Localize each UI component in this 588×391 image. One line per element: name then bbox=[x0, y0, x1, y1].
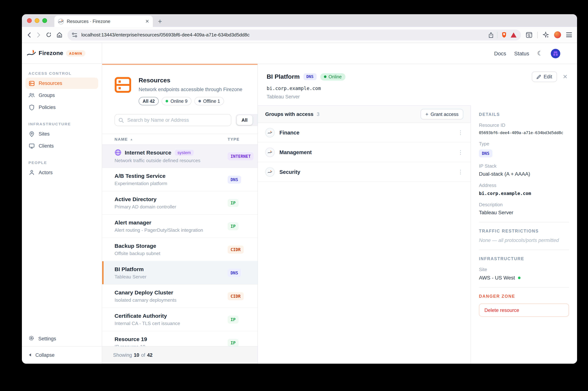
detail-description: Tableau Server bbox=[267, 94, 568, 99]
minimize-window-button[interactable] bbox=[35, 18, 39, 23]
online-dot bbox=[166, 100, 168, 102]
sidebar-item-actors[interactable]: Actors bbox=[25, 167, 98, 178]
grant-access-button[interactable]: + Grant access bbox=[421, 109, 463, 119]
sidebar-nav: ACCESS CONTROL Resources Groups bbox=[22, 64, 102, 331]
details-column: DETAILS Resource ID 05693bf6-dee4-409a-a… bbox=[470, 105, 577, 364]
sidebar-item-policies[interactable]: Policies bbox=[25, 102, 98, 113]
sidebar-item-clients[interactable]: Clients bbox=[25, 140, 98, 152]
groups-icon bbox=[28, 93, 35, 98]
resource-id-label: Resource ID bbox=[479, 122, 569, 128]
search-box[interactable] bbox=[115, 114, 231, 126]
type-label: Type bbox=[479, 141, 569, 146]
description-value: Tableau Server bbox=[479, 209, 569, 215]
kebab-menu-icon[interactable]: ⋮ bbox=[458, 149, 463, 155]
tab-close-icon[interactable]: ✕ bbox=[145, 19, 149, 24]
firezone-favicon bbox=[58, 18, 64, 24]
segment-all[interactable]: All bbox=[237, 115, 252, 125]
toolbar-divider-2 bbox=[537, 31, 538, 38]
search-input[interactable] bbox=[127, 117, 227, 123]
resources-icon bbox=[115, 77, 131, 93]
url-text[interactable]: localhost:13443/enterprise/resources/056… bbox=[81, 32, 485, 38]
browser-tab[interactable]: Resources · Firezone ✕ bbox=[54, 16, 153, 27]
new-tab-button[interactable]: + bbox=[158, 16, 162, 27]
menu-icon[interactable] bbox=[566, 32, 572, 37]
user-avatar[interactable] bbox=[551, 49, 560, 58]
brand-row[interactable]: Firezone ADMIN bbox=[22, 43, 102, 64]
share-icon[interactable] bbox=[488, 32, 493, 38]
dark-mode-toggle-icon[interactable]: ☾ bbox=[537, 50, 543, 57]
type-badge: DNS bbox=[228, 176, 241, 184]
globe-icon bbox=[115, 149, 122, 156]
ip-stack-value: Dual-stack (A + AAAA) bbox=[479, 171, 569, 177]
footer-prefix: Showing bbox=[113, 352, 132, 358]
leo-ai-sparkle-icon[interactable] bbox=[543, 32, 549, 38]
page-subtitle: Network endpoints accessible through Fir… bbox=[139, 87, 242, 92]
filter-online-pill[interactable]: Online 9 bbox=[162, 97, 191, 105]
sidebar-item-settings[interactable]: Settings bbox=[22, 331, 102, 346]
docs-link[interactable]: Docs bbox=[494, 50, 506, 56]
resource-detail-panel: BI Platform DNS Online Edit ✕ bbox=[258, 64, 577, 364]
traffic-none-value: None — all protocols/ports permitted bbox=[479, 238, 569, 243]
detail-address: bi.corp.example.com bbox=[267, 86, 568, 91]
group-row[interactable]: Finance ⋮ bbox=[258, 123, 470, 142]
filter-all-pill[interactable]: All 42 bbox=[139, 97, 159, 105]
bat-rewards-icon[interactable] bbox=[511, 32, 517, 37]
group-avatar bbox=[265, 147, 275, 157]
home-icon[interactable] bbox=[57, 32, 62, 38]
profile-avatar-icon[interactable] bbox=[554, 31, 561, 38]
type-badge: IP bbox=[228, 222, 239, 230]
offline-dot bbox=[198, 100, 201, 102]
group-row[interactable]: Security ⋮ bbox=[258, 162, 470, 182]
tab-title: Resources · Firezone bbox=[67, 19, 142, 24]
sidebar-item-label: Sites bbox=[39, 131, 50, 137]
traffic-heading: TRAFFIC RESTRICTIONS bbox=[479, 229, 569, 233]
resource-id-value: 05693bf6-dee4-409a-a71e-634bd3d5dd8c bbox=[479, 130, 569, 135]
type-badge: IP bbox=[228, 339, 239, 347]
details-heading: DETAILS bbox=[479, 112, 569, 117]
collapse-label: Collapse bbox=[35, 352, 54, 358]
nav-section-infrastructure: INFRASTRUCTURE bbox=[25, 119, 98, 128]
back-icon[interactable] bbox=[27, 32, 31, 37]
column-name[interactable]: NAME bbox=[115, 137, 128, 141]
sidebar-collapse-button[interactable]: Collapse bbox=[22, 346, 102, 364]
sidebar-item-label: Groups bbox=[39, 93, 55, 98]
sidebar-item-label: Clients bbox=[39, 143, 54, 149]
brand-name: Firezone bbox=[39, 50, 63, 57]
kebab-menu-icon[interactable]: ⋮ bbox=[458, 169, 463, 175]
sidebar-item-label: Actors bbox=[39, 170, 53, 175]
nav-section-people: PEOPLE bbox=[25, 157, 98, 167]
delete-resource-button[interactable]: Delete resource bbox=[479, 303, 569, 317]
close-window-button[interactable] bbox=[27, 18, 32, 23]
divider bbox=[479, 250, 569, 250]
infrastructure-heading: INFRASTRUCTURE bbox=[479, 257, 569, 261]
search-icon bbox=[119, 117, 124, 123]
group-row[interactable]: Management ⋮ bbox=[258, 142, 470, 162]
type-badge: DNS bbox=[479, 149, 492, 157]
group-avatar bbox=[265, 167, 275, 177]
sidebar-item-groups[interactable]: Groups bbox=[25, 90, 98, 101]
admin-badge: ADMIN bbox=[66, 50, 85, 56]
monitor-icon bbox=[28, 143, 35, 149]
sort-asc-icon[interactable]: ▲ bbox=[130, 138, 133, 141]
edit-button[interactable]: Edit bbox=[532, 71, 557, 82]
site-value[interactable]: AWS - US West bbox=[479, 275, 569, 281]
sidebar-search-icon[interactable] bbox=[526, 32, 532, 38]
footer-total: 42 bbox=[147, 352, 152, 358]
close-icon[interactable]: ✕ bbox=[563, 73, 568, 80]
type-badge: IP bbox=[228, 199, 239, 207]
gear-icon bbox=[28, 335, 34, 342]
sidebar-item-resources[interactable]: Resources bbox=[25, 78, 98, 89]
groups-title: Groups with access bbox=[265, 111, 313, 117]
site-settings-icon[interactable] bbox=[72, 32, 78, 37]
server-icon bbox=[28, 80, 35, 86]
danger-zone-heading: DANGER ZONE bbox=[479, 294, 569, 298]
forward-icon[interactable] bbox=[36, 32, 41, 37]
sidebar-item-sites[interactable]: Sites bbox=[25, 128, 98, 140]
zoom-window-button[interactable] bbox=[42, 18, 47, 23]
address-bar[interactable]: localhost:13443/enterprise/resources/056… bbox=[67, 29, 521, 40]
kebab-menu-icon[interactable]: ⋮ bbox=[458, 129, 463, 136]
brave-shield-icon[interactable] bbox=[501, 32, 507, 38]
reload-icon[interactable] bbox=[46, 32, 51, 38]
status-link[interactable]: Status bbox=[514, 50, 529, 56]
filter-offline-pill[interactable]: Offline 1 bbox=[194, 97, 224, 105]
